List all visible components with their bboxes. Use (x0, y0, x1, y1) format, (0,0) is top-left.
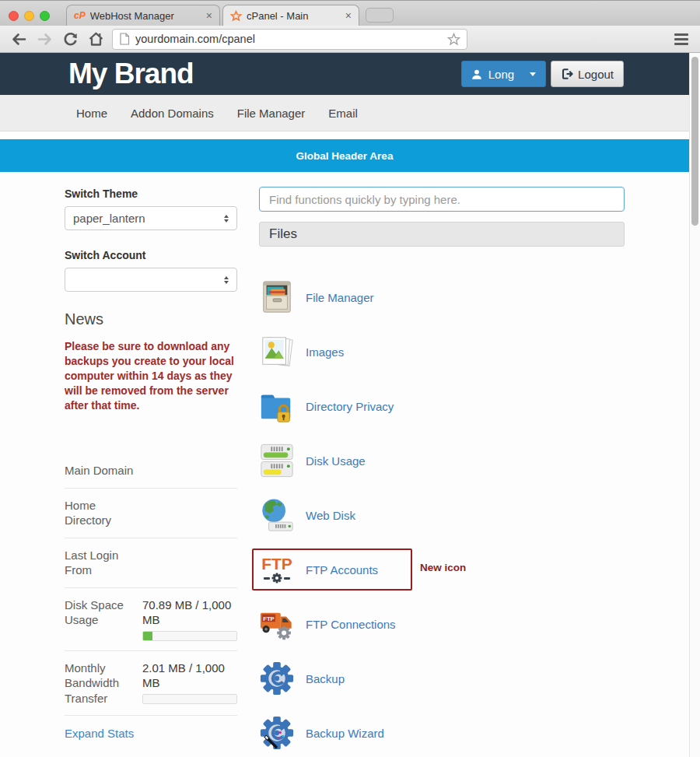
home-button[interactable] (86, 30, 105, 48)
nav-item-addon-domains[interactable]: Addon Domains (119, 107, 226, 120)
star-icon (230, 10, 242, 22)
main-panel: Files Fi (259, 187, 625, 757)
global-header-label: Global Header Area (296, 150, 394, 162)
nav-item-home[interactable]: Home (65, 107, 119, 120)
new-icon-annotation: New icon (420, 562, 466, 573)
news-title: News (65, 310, 237, 328)
maximize-window-button[interactable] (40, 11, 50, 21)
brand-title: My Brand (68, 58, 194, 90)
feature-directory-privacy[interactable]: Directory Privacy (259, 388, 625, 424)
logout-button[interactable]: Logout (551, 61, 624, 87)
site-navbar: Home Addon Domains File Manager Email (0, 95, 689, 131)
switch-account-label: Switch Account (65, 249, 237, 261)
file-cabinet-icon (259, 279, 295, 315)
page-icon (119, 33, 130, 45)
search-input[interactable] (259, 187, 625, 212)
spacer (0, 131, 689, 139)
bandwidth-progressbar (142, 694, 237, 704)
stat-row-bandwidth: Monthly Bandwidth Transfer 2.01 MB / 1,0… (65, 651, 237, 717)
tab-webhost-manager[interactable]: cP WebHost Manager × (66, 5, 220, 26)
feature-web-disk[interactable]: Web Disk (259, 497, 625, 533)
browser-scrollbar[interactable] (689, 53, 700, 757)
tab-strip: cP WebHost Manager × cPanel - Main × (0, 0, 700, 26)
select-arrows-icon (224, 276, 229, 284)
tab-title: WebHost Manager (90, 10, 201, 22)
page-content: Switch Theme paper_lantern Switch Accoun… (0, 172, 689, 757)
disk-meter-icon (259, 443, 295, 478)
new-tab-button[interactable] (366, 8, 394, 23)
reload-button[interactable] (61, 30, 79, 48)
scrollbar-thumb[interactable] (691, 57, 698, 226)
svg-text:FTP: FTP (263, 615, 274, 622)
disk-usage-progress-fill (143, 632, 152, 640)
ftp-gear-icon: FTP (259, 552, 295, 587)
feature-backup-wizard[interactable]: Backup Wizard (259, 715, 625, 751)
stats-list: Main Domain Home Directory Last Login Fr… (65, 454, 237, 716)
back-button[interactable] (9, 30, 28, 48)
feature-ftp-connections[interactable]: FTP FTP Connections (259, 606, 625, 642)
backup-wizard-icon (259, 715, 295, 751)
minimize-window-button[interactable] (24, 11, 34, 21)
feature-ftp-accounts[interactable]: FTP FTP Accounts New icon (259, 552, 625, 587)
feature-images[interactable]: Images (259, 334, 625, 370)
theme-select[interactable]: paper_lantern (65, 206, 237, 230)
site-header: My Brand Long (0, 53, 689, 95)
ftp-truck-icon: FTP (259, 606, 295, 642)
bookmark-star-icon[interactable] (447, 33, 460, 46)
files-section-header[interactable]: Files (259, 222, 625, 247)
feature-file-manager[interactable]: File Manager (259, 279, 625, 315)
feature-disk-usage[interactable]: Disk Usage (259, 443, 625, 478)
page-viewport: My Brand Long (0, 53, 700, 757)
backup-gear-icon (259, 661, 295, 696)
folder-lock-icon (259, 388, 295, 424)
stat-row-main-domain: Main Domain (65, 454, 237, 489)
page: My Brand Long (0, 53, 689, 757)
close-tab-icon[interactable]: × (345, 10, 352, 21)
expand-stats-link[interactable]: Expand Stats (65, 727, 237, 740)
photo-stack-icon (259, 334, 295, 370)
global-header-area: Global Header Area (0, 139, 689, 172)
nav-item-email[interactable]: Email (317, 107, 369, 120)
select-arrows-icon (224, 215, 229, 223)
browser-window: cP WebHost Manager × cPanel - Main × (0, 0, 700, 757)
disk-usage-value: 70.89 MB / 1,000 MB (142, 598, 231, 627)
browser-menu-button[interactable] (674, 33, 691, 45)
disk-usage-progressbar (142, 631, 237, 641)
logout-icon (561, 68, 573, 80)
bandwidth-value: 2.01 MB / 1,000 MB (142, 661, 225, 690)
url-text[interactable]: yourdomain.com/cpanel (135, 33, 442, 45)
theme-select-value: paper_lantern (73, 212, 145, 225)
cpanel-logo-icon: cP (74, 10, 86, 21)
user-name: Long (488, 68, 514, 81)
sidebar: Switch Theme paper_lantern Switch Accoun… (65, 187, 237, 740)
feature-backup[interactable]: Backup (259, 661, 625, 696)
tab-cpanel-main[interactable]: cPanel - Main × (222, 5, 359, 26)
window-controls (9, 11, 50, 21)
stat-row-last-login: Last Login From (65, 538, 237, 588)
logout-label: Logout (578, 68, 614, 81)
chevron-down-icon (530, 72, 536, 76)
nav-item-file-manager[interactable]: File Manager (226, 107, 317, 120)
user-dropdown-button[interactable]: Long (461, 61, 546, 87)
browser-toolbar: yourdomain.com/cpanel (0, 26, 700, 53)
globe-server-icon (259, 497, 295, 533)
switch-theme-label: Switch Theme (65, 187, 237, 200)
stat-row-home-directory: Home Directory (65, 489, 237, 538)
forward-button[interactable] (35, 30, 54, 48)
close-tab-icon[interactable]: × (206, 10, 212, 21)
tab-title: cPanel - Main (247, 10, 341, 22)
user-icon (471, 68, 482, 80)
news-body: Please be sure to download any backups y… (65, 339, 234, 413)
close-window-button[interactable] (9, 11, 19, 21)
address-bar[interactable]: yourdomain.com/cpanel (112, 29, 467, 50)
account-select[interactable] (65, 268, 237, 292)
stat-row-disk-space: Disk Space Usage 70.89 MB / 1,000 MB (65, 588, 237, 651)
